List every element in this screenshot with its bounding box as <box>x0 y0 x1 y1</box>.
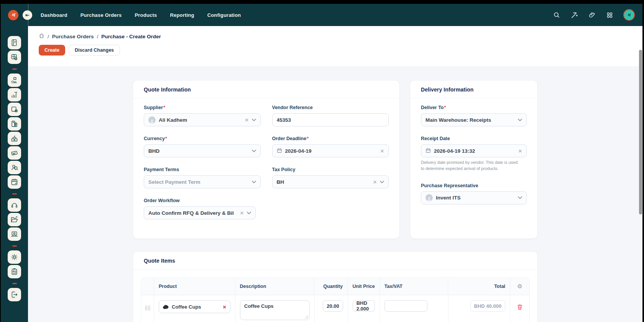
page-title: Purchase - Create Order <box>101 34 161 39</box>
supplier-select[interactable]: Ali Kadhem × <box>144 113 261 126</box>
quantity-column-header: Quantity <box>314 278 348 295</box>
clear-icon[interactable]: × <box>373 179 377 185</box>
chevron-down-icon[interactable] <box>380 181 384 183</box>
tax-policy-select[interactable]: BH × <box>272 175 389 188</box>
tax-input[interactable] <box>384 300 427 312</box>
payment-terms-select[interactable]: Select Payment Term <box>144 175 261 188</box>
chevron-down-icon[interactable] <box>518 119 522 121</box>
resize-handle[interactable] <box>305 315 308 319</box>
unit-price-input[interactable]: BHD 2.000 <box>353 300 375 312</box>
supplier-avatar <box>148 116 156 124</box>
tax-policy-label: Tax Policy <box>272 167 389 172</box>
sidebar-collapse-button[interactable]: ⇤ <box>23 10 32 20</box>
chart-growth-icon[interactable] <box>8 88 21 101</box>
product-column-header: Product <box>154 278 235 295</box>
supplier-field: Supplier* Ali Kadhem × <box>144 105 261 126</box>
clipboard-person-icon[interactable] <box>8 265 21 278</box>
order-workflow-field: Order Workflow Auto Confirm RFQ & Delive… <box>144 198 389 219</box>
quantity-input[interactable]: 20.00 <box>323 300 343 312</box>
main-content: / Purchase Orders / Purchase - Create Or… <box>28 26 642 322</box>
paperclip-icon[interactable] <box>588 11 596 19</box>
table-row: ⣿⣿ Coffee Cups × Coffee Cups <box>141 295 529 322</box>
chevron-down-icon[interactable] <box>247 212 251 214</box>
currency-select[interactable]: BHD <box>144 144 261 157</box>
menu-reporting[interactable]: Reporting <box>170 12 194 18</box>
gear-icon[interactable] <box>8 250 21 264</box>
clipboard-calculator-icon[interactable] <box>8 117 21 131</box>
clear-icon[interactable]: × <box>518 148 522 154</box>
clear-icon[interactable]: × <box>245 117 249 123</box>
laptop-icon[interactable] <box>8 227 21 241</box>
chevron-down-icon[interactable] <box>518 196 522 199</box>
representative-avatar <box>426 194 433 201</box>
chevron-down-icon[interactable] <box>252 119 256 121</box>
create-button[interactable]: Create <box>39 45 65 56</box>
calendar-check-icon[interactable] <box>8 175 21 189</box>
clear-icon[interactable]: × <box>380 148 384 154</box>
chevron-down-icon[interactable] <box>252 181 256 183</box>
columns-settings-button[interactable]: ⚙ <box>510 278 529 295</box>
scale-plus-icon[interactable] <box>8 103 21 116</box>
unit-price-column-header: Unit Price <box>348 278 380 295</box>
top-navbar: ⇤ Dashboard Purchase Orders Products Rep… <box>1 4 642 26</box>
menu-dashboard[interactable]: Dashboard <box>41 12 67 18</box>
card-terminal-icon[interactable] <box>8 146 21 160</box>
app-logo[interactable] <box>8 10 18 20</box>
purchase-representative-select[interactable]: Invent ITS <box>421 191 527 204</box>
quote-information-card: Quote Information Supplier* Ali Kadhem × <box>133 80 400 239</box>
vendor-reference-field: Vendor Reference 45353 <box>272 105 389 126</box>
vertical-scrollbar[interactable] <box>639 48 642 322</box>
deliver-to-label: Deliver To* <box>421 105 527 110</box>
boxes-icon[interactable] <box>8 132 21 145</box>
person-search-icon[interactable] <box>8 161 21 174</box>
breadcrumb: / Purchase Orders / Purchase - Create Or… <box>39 33 642 40</box>
order-workflow-select[interactable]: Auto Confirm RFQ & Delivery & Bill × <box>144 206 256 219</box>
user-avatar[interactable] <box>623 9 635 21</box>
receipt-date-helper-text: Delivery date promised by vendor. This d… <box>421 160 519 172</box>
headset-icon[interactable] <box>8 198 21 212</box>
delete-row-button[interactable] <box>517 304 523 312</box>
payment-terms-label: Payment Terms <box>144 167 261 172</box>
discard-changes-button[interactable]: Discard Changes <box>69 45 120 56</box>
apps-grid-icon[interactable] <box>606 11 613 19</box>
search-icon[interactable] <box>553 11 560 19</box>
tax-column-header: Tax/VAT <box>380 278 449 295</box>
description-textarea[interactable]: Coffee Cups <box>240 300 310 320</box>
sidebar-separator <box>12 193 17 195</box>
breadcrumb-purchase-orders[interactable]: Purchase Orders <box>52 34 94 39</box>
chevron-down-icon[interactable] <box>252 150 256 152</box>
navbar-actions <box>553 9 635 21</box>
home-icon[interactable] <box>39 33 44 40</box>
calendar-icon <box>277 148 282 154</box>
quote-items-title: Quote Items <box>144 258 175 264</box>
order-deadline-input[interactable]: 2026-04-19 × <box>272 144 389 157</box>
delivery-information-title: Delivery Information <box>421 87 473 93</box>
calculator-icon[interactable] <box>8 51 21 64</box>
collapse-icon: ⇤ <box>25 12 30 18</box>
magic-wand-icon[interactable] <box>570 11 578 19</box>
hand-box-icon[interactable] <box>8 74 21 87</box>
total-column-header: Total <box>448 278 510 295</box>
action-buttons: Create Discard Changes <box>39 45 642 56</box>
table-header-row: Product Description Quantity Unit Price … <box>141 278 529 295</box>
vendor-reference-label: Vendor Reference <box>272 105 389 110</box>
vendor-reference-input[interactable]: 45353 <box>272 113 389 126</box>
order-deadline-field: Order Deadline* 2026-04-19 × <box>272 136 389 157</box>
remove-product-icon[interactable]: × <box>223 304 226 310</box>
app-window: ⇤ Dashboard Purchase Orders Products Rep… <box>1 4 642 322</box>
page-header: / Purchase Orders / Purchase - Create Or… <box>28 26 642 66</box>
row-drag-handle[interactable]: ⣿⣿ <box>141 295 154 322</box>
deliver-to-select[interactable]: Main Warehouse: Receipts <box>421 113 527 126</box>
menu-configuration[interactable]: Configuration <box>207 12 241 18</box>
currency-label: Currency* <box>144 136 261 141</box>
receipt-date-input[interactable]: 2026-04-19 13:32 × <box>421 144 527 157</box>
logout-icon[interactable] <box>8 288 21 301</box>
product-select[interactable]: Coffee Cups × <box>159 300 230 313</box>
notebook-icon[interactable] <box>8 36 21 49</box>
supplier-label: Supplier* <box>144 105 261 110</box>
scrollbar-thumb[interactable] <box>639 50 642 214</box>
folder-doc-icon[interactable] <box>8 213 21 226</box>
menu-products[interactable]: Products <box>135 12 157 18</box>
clear-icon[interactable]: × <box>240 210 244 216</box>
menu-purchase-orders[interactable]: Purchase Orders <box>80 12 122 18</box>
